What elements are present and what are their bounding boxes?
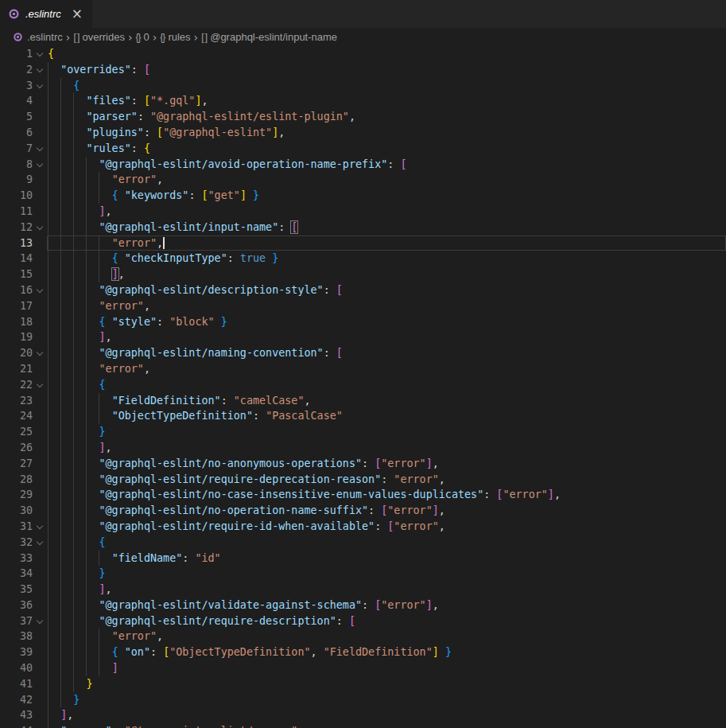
line-number[interactable]: 15: [0, 267, 33, 282]
fold-chevron-icon[interactable]: [37, 224, 43, 230]
code-line[interactable]: 32 {: [0, 535, 726, 551]
code-line[interactable]: 11 ],: [0, 204, 726, 220]
fold-chevron-icon[interactable]: [37, 617, 43, 623]
fold-chevron-icon[interactable]: [37, 286, 43, 293]
code-text[interactable]: ],: [48, 707, 726, 723]
fold-chevron-icon[interactable]: [37, 538, 43, 544]
gutter-fold-area[interactable]: [33, 78, 48, 94]
code-text[interactable]: "parser": "@graphql-eslint/eslint-plugin…: [48, 109, 726, 125]
code-text[interactable]: "error",: [48, 361, 726, 377]
gutter-fold-area[interactable]: [33, 377, 48, 393]
line-number[interactable]: 39: [0, 644, 33, 660]
line-number[interactable]: 33: [0, 551, 33, 566]
line-number[interactable]: 26: [0, 440, 33, 456]
code-line[interactable]: 29 "@graphql-eslint/no-case-insensitive-…: [0, 487, 726, 503]
code-text[interactable]: "parser": "@typescript-eslint/parser": [48, 723, 726, 728]
line-number[interactable]: 16: [0, 282, 33, 298]
code-line[interactable]: 15 ],: [0, 267, 726, 282]
code-line[interactable]: 18 { "style": "block" }: [0, 314, 726, 330]
code-text[interactable]: }: [48, 424, 726, 440]
line-number[interactable]: 6: [0, 125, 33, 141]
code-text[interactable]: { "keywords": ["get"] }: [48, 188, 726, 204]
line-number[interactable]: 1: [0, 46, 33, 62]
line-number[interactable]: 30: [0, 503, 33, 519]
code-line[interactable]: 31 "@graphql-eslint/require-id-when-avai…: [0, 519, 726, 535]
gutter-fold-area[interactable]: [33, 220, 48, 236]
line-number[interactable]: 2: [0, 62, 33, 78]
code-text[interactable]: "error",: [48, 236, 726, 251]
breadcrumb-item[interactable]: [ ]@graphql-eslint/input-name: [201, 31, 337, 43]
code-text[interactable]: }: [48, 566, 726, 582]
code-line[interactable]: 6 "plugins": ["@graphql-eslint"],: [0, 125, 726, 141]
gutter-fold-area[interactable]: [33, 535, 48, 551]
code-text[interactable]: "@graphql-eslint/avoid-operation-name-pr…: [48, 157, 726, 173]
code-text[interactable]: }: [48, 692, 726, 708]
code-text[interactable]: ],: [48, 440, 726, 456]
code-line[interactable]: 35 ],: [0, 582, 726, 598]
code-text[interactable]: ],: [48, 329, 726, 345]
code-line[interactable]: 4 "files": ["*.gql"],: [0, 93, 726, 109]
code-text[interactable]: "rules": {: [48, 141, 726, 157]
close-icon[interactable]: ×: [72, 7, 83, 21]
code-text[interactable]: ],: [48, 582, 726, 598]
code-line[interactable]: 30 "@graphql-eslint/no-operation-name-su…: [0, 503, 726, 519]
gutter-fold-area[interactable]: [33, 141, 48, 157]
code-line[interactable]: 7 "rules": {: [0, 141, 726, 157]
code-line[interactable]: 2 "overrides": [: [0, 62, 726, 78]
line-number[interactable]: 42: [0, 692, 33, 708]
code-editor[interactable]: 1{2 "overrides": [3 {4 "files": ["*.gql"…: [0, 46, 726, 728]
code-text[interactable]: "plugins": ["@graphql-eslint"],: [48, 125, 726, 141]
code-line[interactable]: 43 ],: [0, 707, 726, 723]
code-line[interactable]: 25 }: [0, 424, 726, 440]
code-line[interactable]: 38 "error",: [0, 629, 726, 644]
code-line[interactable]: 41 }: [0, 676, 726, 692]
code-text[interactable]: {: [48, 46, 726, 62]
code-text[interactable]: "@graphql-eslint/description-style": [: [48, 282, 726, 298]
code-text[interactable]: "error",: [48, 298, 726, 314]
code-line[interactable]: 13 "error",: [0, 236, 726, 251]
code-line[interactable]: 21 "error",: [0, 361, 726, 377]
line-number[interactable]: 38: [0, 629, 33, 644]
breadcrumb-item[interactable]: {}rules: [160, 31, 190, 43]
line-number[interactable]: 11: [0, 204, 33, 220]
code-line[interactable]: 19 ],: [0, 329, 726, 345]
line-number[interactable]: 43: [0, 707, 33, 723]
code-line[interactable]: 28 "@graphql-eslint/require-deprecation-…: [0, 472, 726, 488]
code-line[interactable]: 44 "parser": "@typescript-eslint/parser": [0, 723, 726, 728]
line-number[interactable]: 12: [0, 220, 33, 236]
code-line[interactable]: 12 "@graphql-eslint/input-name": [: [0, 220, 726, 236]
code-text[interactable]: ]: [48, 660, 726, 676]
breadcrumb-item[interactable]: {}0: [136, 31, 149, 43]
code-text[interactable]: { "checkInputType": true }: [48, 251, 726, 267]
line-number[interactable]: 23: [0, 393, 33, 409]
line-number[interactable]: 21: [0, 361, 33, 377]
breadcrumb-item[interactable]: [ ]overrides: [73, 31, 124, 43]
code-line[interactable]: 1{: [0, 46, 726, 62]
code-text[interactable]: "FieldDefinition": "camelCase",: [48, 393, 726, 409]
gutter-fold-area[interactable]: [33, 613, 48, 629]
line-number[interactable]: 8: [0, 157, 33, 173]
line-number[interactable]: 35: [0, 582, 33, 598]
code-line[interactable]: 3 {: [0, 78, 726, 94]
code-text[interactable]: "@graphql-eslint/require-id-when-availab…: [48, 519, 726, 535]
line-number[interactable]: 18: [0, 314, 33, 330]
code-line[interactable]: 10 { "keywords": ["get"] }: [0, 188, 726, 204]
line-number[interactable]: 25: [0, 424, 33, 440]
gutter-fold-area[interactable]: [33, 62, 48, 78]
code-line[interactable]: 17 "error",: [0, 298, 726, 314]
gutter-fold-area[interactable]: [33, 157, 48, 173]
line-number[interactable]: 40: [0, 660, 33, 676]
code-line[interactable]: 39 { "on": ["ObjectTypeDefinition", "Fie…: [0, 644, 726, 660]
code-line[interactable]: 8 "@graphql-eslint/avoid-operation-name-…: [0, 157, 726, 173]
gutter-fold-area[interactable]: [33, 282, 48, 298]
line-number[interactable]: 24: [0, 408, 33, 424]
gutter-fold-area[interactable]: [33, 46, 48, 62]
line-number[interactable]: 17: [0, 298, 33, 314]
gutter-fold-area[interactable]: [33, 519, 48, 535]
code-line[interactable]: 5 "parser": "@graphql-eslint/eslint-plug…: [0, 109, 726, 125]
code-text[interactable]: "error",: [48, 172, 726, 188]
line-number[interactable]: 36: [0, 598, 33, 613]
code-text[interactable]: ],: [48, 267, 726, 282]
line-number[interactable]: 31: [0, 519, 33, 535]
line-number[interactable]: 32: [0, 535, 33, 551]
